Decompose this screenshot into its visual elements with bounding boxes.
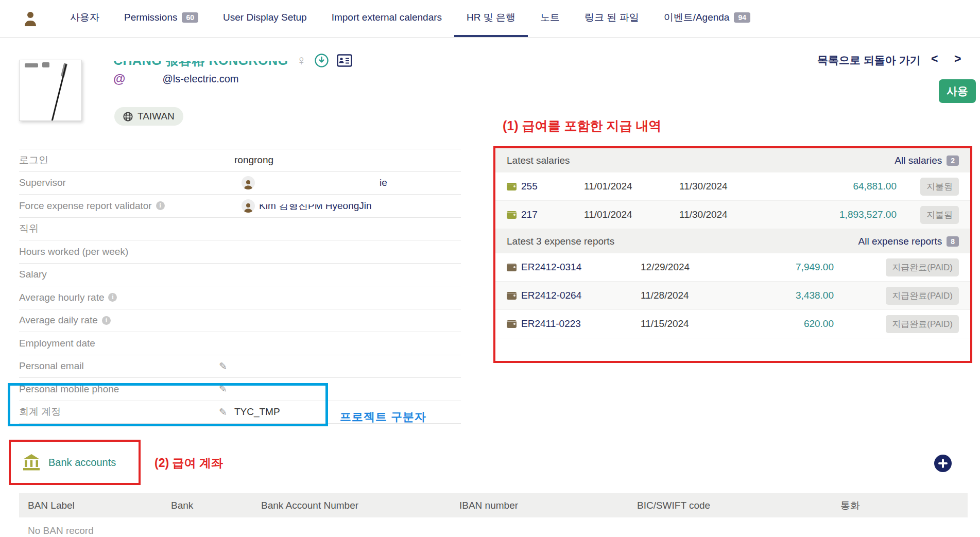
salary-row: 255 11/01/2024 11/30/2024 64,881.00 지불됨 (495, 172, 970, 201)
expense-row: ER2412-0264 11/28/2024 3,438.00 지급완료(PAI… (495, 282, 970, 310)
expense-date: 11/15/2024 (641, 318, 751, 330)
tab-label: 링크 된 파일 (584, 11, 639, 24)
tab-permissions[interactable]: Permissions60 (112, 0, 211, 37)
salary-status-badge: 지불됨 (920, 178, 959, 196)
all-expense-reports-link[interactable]: All expense reports 8 (858, 236, 959, 247)
field-label: Force expense report validatori (19, 200, 219, 212)
field-label: Average daily ratei (19, 315, 219, 326)
salary-start-date: 11/01/2024 (584, 181, 679, 192)
bank-accounts-section-box: Bank accounts (9, 440, 141, 485)
permissions-count-badge: 60 (182, 12, 198, 23)
gender-female-icon: ♀ (297, 54, 307, 67)
edit-pencil-icon[interactable]: ✎ (219, 360, 227, 372)
tab-user-display-setup[interactable]: User Display Setup (211, 0, 319, 37)
expense-wallet-icon (507, 264, 517, 271)
back-to-list-link[interactable]: 목록으로 되돌아 가기 (817, 53, 921, 67)
tab-hr-and-bank[interactable]: HR 및 은행 (454, 0, 528, 37)
bank-table-header: BAN Label Bank Bank Account Number IBAN … (19, 493, 968, 517)
add-bank-account-button[interactable] (934, 455, 952, 472)
salary-amount: 1,893,527.00 (798, 209, 920, 220)
all-salaries-link[interactable]: All salaries 2 (895, 155, 959, 166)
info-icon[interactable]: i (108, 293, 117, 302)
tab-events-agenda[interactable]: 이벤트/Agenda94 (651, 0, 763, 37)
field-label: Average hourly ratei (19, 292, 219, 303)
row-salary: Salary (19, 264, 461, 287)
nav-tabs: 사용자 Permissions60 User Display Setup Imp… (58, 0, 763, 37)
employee-photo (19, 60, 82, 121)
salary-start-date: 11/01/2024 (584, 209, 679, 220)
avatar-icon (242, 199, 255, 213)
row-employment-date: Employment date (19, 332, 461, 355)
expense-status-badge: 지급완료(PAID) (886, 258, 959, 276)
employee-detail-table: 로그인 rongrong Supervisor ie Force expense… (19, 149, 461, 424)
field-label: 로그인 (19, 153, 219, 167)
expense-status-badge: 지급완료(PAID) (886, 287, 959, 305)
validator-name[interactable]: Kim 김형진PM HyeongJin (259, 199, 372, 213)
field-label: Supervisor (19, 177, 219, 188)
field-label: Personal mobile phone (19, 384, 219, 395)
user-profile-icon[interactable] (23, 10, 38, 27)
tab-label: 사용자 (70, 11, 99, 24)
tab-users[interactable]: 사용자 (58, 0, 112, 37)
tab-label: Import external calendars (332, 12, 442, 23)
tab-import-external-calendars[interactable]: Import external calendars (319, 0, 454, 37)
info-icon[interactable]: i (102, 316, 111, 325)
salary-ref-link[interactable]: 217 (521, 209, 538, 220)
bank-icon (22, 454, 41, 471)
tab-label: User Display Setup (223, 12, 307, 23)
col-iban-number: IBAN number (459, 500, 637, 511)
next-record-button[interactable]: > (954, 52, 961, 66)
expense-ref-link[interactable]: ER2412-0264 (521, 290, 581, 301)
edit-pencil-icon[interactable]: ✎ (219, 406, 227, 418)
supervisor-name-redacted[interactable]: ie (259, 177, 387, 188)
country-label: TAIWAN (137, 111, 175, 122)
person-icon (24, 11, 37, 26)
salary-wallet-icon (507, 183, 517, 190)
expense-status-badge: 지급완료(PAID) (886, 315, 959, 333)
latest-salaries-header: Latest salaries All salaries 2 (495, 148, 970, 172)
expense-ref-link[interactable]: ER2412-0314 (521, 262, 581, 273)
info-icon[interactable]: i (156, 201, 165, 210)
field-label: Hours worked (per week) (19, 246, 219, 257)
expense-date: 11/28/2024 (641, 290, 751, 301)
edit-pencil-icon[interactable]: ✎ (219, 383, 227, 395)
prev-record-button[interactable]: < (931, 52, 938, 66)
name-line: CHANG 張容榕 RONGRONG ♀ (113, 52, 352, 68)
name-redaction (111, 54, 297, 61)
email-address[interactable]: @ls-electric.com (162, 73, 238, 85)
row-supervisor: Supervisor ie (19, 172, 461, 195)
expense-amount: 620.00 (751, 318, 834, 330)
field-label: Personal email (19, 360, 219, 372)
expense-wallet-icon (507, 292, 517, 300)
salary-status-badge: 지불됨 (920, 206, 959, 224)
field-label: Employment date (19, 338, 219, 349)
expense-row: ER2412-0314 12/29/2024 7,949.00 지급완료(PAI… (495, 253, 970, 282)
avatar-icon (242, 176, 255, 189)
expense-ref-link[interactable]: ER2411-0223 (521, 318, 581, 330)
accounting-account-value: TYC_TMP (234, 406, 280, 418)
tab-notes[interactable]: 노트 (528, 0, 572, 37)
annotation-payment-history: (1) 급여를 포함한 지급 내역 (503, 117, 661, 134)
contact-card-icon[interactable] (337, 54, 352, 67)
plus-icon (938, 458, 948, 469)
expense-amount: 3,438.00 (751, 290, 834, 301)
tab-linked-files[interactable]: 링크 된 파일 (572, 0, 651, 37)
row-position: 직위 (19, 218, 461, 241)
col-bank: Bank (171, 500, 261, 511)
salary-ref-link[interactable]: 255 (521, 181, 538, 192)
email-at-icon: @ (113, 72, 125, 86)
all-expense-reports-count-badge: 8 (947, 236, 959, 247)
field-label: 직위 (19, 222, 219, 235)
latest-salaries-title: Latest salaries (507, 155, 570, 166)
col-bic-swift-code: BIC/SWIFT code (637, 500, 840, 511)
salary-wallet-icon (507, 211, 517, 219)
tab-label: Permissions (124, 12, 177, 23)
no-ban-record-text: No BAN record (28, 525, 94, 536)
download-vcard-icon[interactable] (315, 54, 329, 67)
login-value: rongrong (219, 154, 273, 166)
name-redaction (258, 199, 350, 204)
email-line: @ @ls-electric.com (113, 72, 239, 85)
row-personal-mobile-phone: Personal mobile phone ✎ (19, 378, 461, 401)
bank-accounts-title[interactable]: Bank accounts (48, 457, 116, 469)
events-count-badge: 94 (734, 12, 750, 23)
